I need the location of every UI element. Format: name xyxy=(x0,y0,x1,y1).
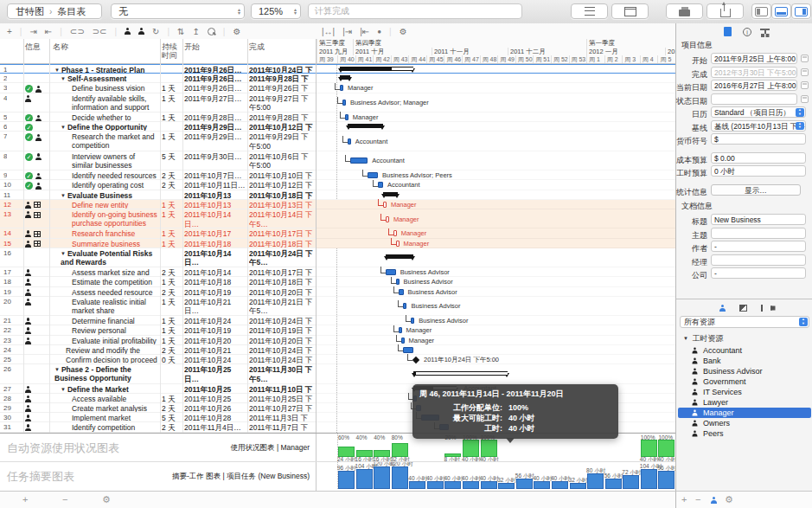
summary-bar[interactable] xyxy=(338,471,355,489)
table-row-27[interactable]: 27▼Define the Market2011年10月25日…2011年11月… xyxy=(0,384,316,394)
resource-item-it-services[interactable]: IT Services xyxy=(678,387,811,397)
summary-bar[interactable] xyxy=(587,473,604,489)
violation-task-bar[interactable] xyxy=(393,230,397,236)
task-finish-cell[interactable]: 2011年10月21日 下午5… xyxy=(249,298,315,316)
table-row-14[interactable]: 14Research franchise possibilities1 天201… xyxy=(0,228,316,238)
task-name-cell[interactable]: Identify competition xyxy=(72,423,157,432)
task-bar[interactable] xyxy=(345,114,348,120)
unlink-tasks-icon[interactable]: ⊃⊂ xyxy=(93,27,107,36)
task-name-cell[interactable]: ▼Define the Market xyxy=(61,385,157,394)
task-finish-cell[interactable]: 2011年11月30日 下午5… xyxy=(249,365,315,383)
summary-bar[interactable] xyxy=(374,466,390,489)
task-bar[interactable] xyxy=(401,338,405,344)
link-tasks-icon[interactable]: ⊂⊃ xyxy=(70,27,85,36)
inspector-field-input[interactable]: 0 小时 xyxy=(711,165,806,177)
table-row-28[interactable]: 28Access available information1 天2011年10… xyxy=(0,394,316,403)
task-name-cell[interactable]: ▼Self-Assessment xyxy=(61,74,157,83)
resource-item-manager[interactable]: Manager xyxy=(678,408,811,418)
filter-popup[interactable]: 无 ▴▾ xyxy=(111,3,245,19)
table-row-29[interactable]: 29Create market analysis plan2 天2011年10月… xyxy=(0,403,316,413)
task-name-cell[interactable]: Determine financial requirements xyxy=(72,317,157,325)
task-finish-cell[interactable]: 2011年11月7日 下午5:00 xyxy=(249,423,315,432)
summary-bar[interactable] xyxy=(383,192,399,196)
task-bar[interactable] xyxy=(348,138,351,145)
task-bar[interactable] xyxy=(411,318,414,324)
task-duration-cell[interactable]: 2 天 xyxy=(162,268,181,277)
task-finish-cell[interactable]: 2011年10月12日 下午5… xyxy=(249,181,315,190)
task-bar[interactable] xyxy=(378,182,383,188)
hierarchy-tab-icon[interactable] xyxy=(760,29,770,39)
task-name-cell[interactable]: Identify operating cost elements xyxy=(72,181,157,190)
inspector-field-input[interactable]: 2016年6月27日 上午8:00 xyxy=(711,80,797,91)
calendar-picker-icon[interactable] xyxy=(801,95,809,103)
task-start-cell[interactable]: 2011年10月14日… xyxy=(184,268,246,277)
table-row-8[interactable]: 8✓Interview owners of similar businesses… xyxy=(0,151,316,170)
indent-icon[interactable]: ⇥ xyxy=(29,27,36,36)
task-start-cell[interactable]: 2011年10月13日… xyxy=(184,191,246,200)
resource-item-government[interactable]: Government xyxy=(678,376,811,387)
task-finish-cell[interactable]: 2011年10月18日 下午5… xyxy=(249,278,315,286)
task-finish-cell[interactable]: 2011年9月26日 下午5:00 xyxy=(249,84,315,93)
inspector-field-input[interactable]: 2011年9月25日 上午8:00 xyxy=(711,53,797,64)
column-header-duration[interactable]: 持续 时间 xyxy=(162,42,177,60)
task-duration-cell[interactable]: 1 天 xyxy=(162,395,181,403)
disclosure-triangle-icon[interactable]: ▼ xyxy=(61,193,66,198)
task-duration-cell[interactable]: 1 天 xyxy=(162,84,181,93)
summary-band-subtitle[interactable]: 摘要-工作 图表 | 项目任务 (New Business) xyxy=(172,472,310,482)
table-row-3[interactable]: 3✓Define business vision1 天2011年9月26日…20… xyxy=(0,83,316,93)
toggle-bottom-panel-button[interactable] xyxy=(771,3,791,19)
summary-bar[interactable] xyxy=(356,469,373,489)
task-finish-cell[interactable]: 2011年10月24日 下午5… xyxy=(249,66,315,74)
summary-bar[interactable] xyxy=(392,466,408,489)
gantt-settings-icon[interactable]: ⚙ xyxy=(400,27,407,36)
resource-columns-icon[interactable] xyxy=(761,305,770,312)
task-finish-cell[interactable]: 2011年10月25日 下午5… xyxy=(249,395,315,403)
task-start-cell[interactable]: 2011年10月18日… xyxy=(184,240,246,248)
task-duration-cell[interactable]: 5 天 xyxy=(162,152,181,162)
task-start-cell[interactable]: 2011年9月27日… xyxy=(184,94,246,104)
task-name-cell[interactable]: Review and modify the strategic plan xyxy=(66,346,157,355)
inspector-field-input[interactable]: 2012年3月30日 下午5:00 xyxy=(711,67,797,78)
table-row-24[interactable]: 24Review and modify the strategic plan2 … xyxy=(0,345,316,355)
calendar-view-button[interactable] xyxy=(611,3,649,19)
inspector-field-input[interactable]: Standard （项目日历）▴▾ xyxy=(711,106,806,118)
task-finish-cell[interactable]: 2011年10月18日 下午5… xyxy=(249,191,315,200)
level-resources-icon[interactable]: ⇅ xyxy=(177,27,184,36)
table-row-7[interactable]: 7✓Research the market and competition1 天… xyxy=(0,132,316,151)
disclosure-triangle-icon[interactable]: ▼ xyxy=(54,68,60,73)
task-name-cell[interactable]: ▼Define the Opportunity xyxy=(61,123,157,132)
task-name-cell[interactable]: ▼Evaluate Potential Risks and Rewards xyxy=(61,249,157,267)
task-name-cell[interactable]: Evaluate realistic initial market share xyxy=(72,298,157,315)
task-duration-cell[interactable]: 2 天 xyxy=(162,171,181,180)
summary-bar[interactable] xyxy=(386,254,413,259)
scroll-to-end-icon[interactable]: |⇤ xyxy=(360,27,369,36)
summary-bar[interactable] xyxy=(340,67,413,71)
inspector-field-input[interactable]: $ xyxy=(711,133,806,145)
column-header-finish[interactable]: 完成 xyxy=(249,42,265,51)
task-name-cell[interactable]: Decide whether to proceed xyxy=(72,113,157,122)
task-start-cell[interactable]: 2011年9月28日… xyxy=(184,113,246,122)
task-start-cell[interactable]: 2011年10月25日… xyxy=(184,395,246,403)
task-finish-cell[interactable]: 2011年9月28日 下午5:00 xyxy=(249,113,315,122)
document-tab-icon[interactable] xyxy=(724,27,732,36)
disclosure-triangle-icon[interactable]: ▼ xyxy=(683,336,688,341)
task-start-cell[interactable]: 2011年10月7日… xyxy=(184,171,246,180)
task-finish-cell[interactable]: 2011年10月19日 下午5… xyxy=(249,326,315,335)
table-row-2[interactable]: 2▼Self-Assessment2011年9月26日…2011年9月28日 下… xyxy=(0,74,316,83)
task-bar[interactable] xyxy=(368,172,378,178)
task-duration-cell[interactable]: 1 天 xyxy=(162,201,181,209)
task-duration-cell[interactable]: 2 天 xyxy=(162,404,181,413)
task-duration-cell[interactable]: 1 天 xyxy=(162,337,181,345)
task-name-cell[interactable]: Confirm decision to proceed xyxy=(66,356,157,364)
table-row-17[interactable]: 17Assess market size and stability2 天201… xyxy=(0,267,316,277)
table-settings-icon[interactable]: ⚙ xyxy=(233,27,240,36)
task-name-cell[interactable]: Summarize business approach xyxy=(72,240,157,248)
task-start-cell[interactable]: 2011年11月4日… xyxy=(184,423,246,432)
inspector-field-input[interactable]: 基线 (2015年10月13日 下午1:…▴▾ xyxy=(711,120,806,132)
task-name-cell[interactable]: Interview owners of similar businesses xyxy=(72,152,157,170)
usage-bar[interactable] xyxy=(392,443,408,457)
task-start-cell[interactable]: 2011年9月30日… xyxy=(184,152,246,162)
task-bar[interactable] xyxy=(403,347,413,353)
unassign-resource-icon[interactable] xyxy=(138,28,144,35)
calendar-picker-icon[interactable] xyxy=(801,55,809,62)
